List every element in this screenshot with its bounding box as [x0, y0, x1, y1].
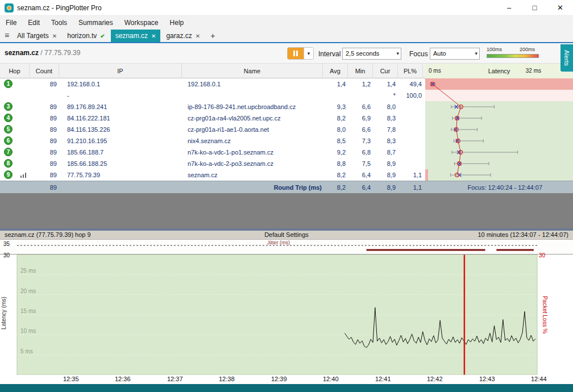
table-row[interactable]: 189192.168.0.1192.168.0.11,41,21,449,4 [0, 78, 573, 90]
avg-cell: 1,4 [322, 78, 346, 90]
hop-indicator: 3 [4, 102, 13, 111]
latency-cell [425, 169, 573, 181]
column-header-cur[interactable]: Cur [373, 64, 398, 78]
menu-bar: FileEditToolsSummariesWorkspaceHelp [0, 16, 573, 30]
avg-cell: 8,5 [322, 135, 346, 147]
ip-cell: 185.66.188.7 [67, 147, 181, 158]
menu-item-workspace[interactable]: Workspace [119, 16, 164, 30]
maximize-button[interactable]: □ [522, 0, 547, 16]
tab-garaz-cz[interactable]: garaz.cz✕ [161, 30, 205, 42]
svg-text:20 ms: 20 ms [20, 288, 36, 294]
min-cell: 7,3 [347, 135, 371, 147]
time-tick-label: 12:37 [167, 376, 190, 382]
latency-cell [425, 135, 573, 147]
hop-indicator: 5 [4, 125, 13, 134]
minimize-button[interactable]: – [496, 0, 522, 16]
latency-cell [425, 158, 573, 169]
tab-close-icon[interactable]: ✕ [151, 33, 156, 39]
pause-dropdown-icon[interactable]: ▾ [304, 48, 313, 59]
time-tick-label: 12:43 [479, 376, 502, 382]
hamburger-icon[interactable]: ≡ [2, 31, 11, 40]
ip-cell: 185.66.188.25 [67, 158, 181, 169]
count-cell: 89 [30, 147, 57, 158]
tab-seznam-cz[interactable]: seznam.cz✕ [111, 30, 161, 42]
min-cell: 6,9 [347, 112, 371, 124]
latency-cell [425, 90, 573, 101]
ip-cell: 77.75.79.39 [67, 169, 181, 181]
avg-cell: 8,2 [322, 112, 346, 124]
time-graph-panel[interactable]: 30 30 Latency (ms) Packet Loss % 5 ms10 … [0, 255, 573, 375]
name-cell: cz-prg01a-ra4-vla2005.net.upc.cz [188, 112, 322, 124]
table-row[interactable]: 68991.210.16.195nix4.seznam.cz8,57,38,3 [0, 135, 573, 147]
table-row[interactable]: 889185.66.188.25n7k-ko-a-vdc-2-po3.sezna… [0, 158, 573, 169]
pingplotter-window: seznam.cz - PingPlotter Pro – □ ✕ FileEd… [0, 0, 573, 392]
tab-close-icon[interactable]: ✕ [52, 33, 57, 39]
table-row[interactable]: -*100,0 [0, 90, 573, 101]
table-row[interactable]: 58984.116.135.226cz-prg01a-ri1-ae1-0.aor… [0, 124, 573, 135]
min-cell [347, 90, 371, 101]
table-row[interactable]: 48984.116.222.181cz-prg01a-ra4-vla2005.n… [0, 112, 573, 124]
time-tick-label: 12:42 [427, 376, 450, 382]
menu-item-summaries[interactable]: Summaries [73, 16, 119, 30]
cur-cell: 7,8 [372, 124, 396, 135]
packetloss-axis-top-label: 30 [539, 252, 545, 258]
name-cell: 192.168.0.1 [188, 78, 322, 90]
column-header-hop[interactable]: Hop [0, 64, 30, 78]
jitter-ymax-label: 35 [3, 241, 10, 247]
menu-item-help[interactable]: Help [164, 16, 190, 30]
interval-value: 2,5 seconds [346, 50, 379, 57]
table-row[interactable]: 38989.176.89.241ip-89-176-89-241.net.upc… [0, 101, 573, 112]
packet-loss-cell: 100,0 [397, 90, 422, 101]
count-cell: 89 [30, 169, 57, 181]
tab-close-icon[interactable]: ✕ [196, 33, 200, 39]
summary-focus-range: Focus: 12:40:24 - 12:44:07 [425, 181, 542, 194]
column-header-min[interactable]: Min [348, 64, 373, 78]
focus-select[interactable]: Auto ▾ [430, 48, 480, 60]
empty-panel [0, 193, 573, 228]
summary-row[interactable]: 89 Round Trip (ms) 8,2 6,4 8,9 1,1 Focus… [0, 181, 573, 193]
time-tick-label: 12:41 [375, 376, 398, 382]
time-tick-label: 12:36 [115, 376, 138, 382]
interval-select[interactable]: 2,5 seconds ▾ [342, 48, 401, 60]
tab-horizon-tv[interactable]: horizon.tv✔ [63, 30, 109, 42]
column-header-name[interactable]: Name [182, 64, 323, 78]
cur-cell: 8,3 [372, 112, 396, 124]
ip-cell: 91.210.16.195 [67, 135, 181, 147]
menu-item-tools[interactable]: Tools [45, 16, 73, 30]
count-cell: 89 [30, 124, 57, 135]
menu-item-file[interactable]: File [0, 16, 22, 30]
column-header-pl[interactable]: PL% [398, 64, 423, 78]
count-cell: 89 [30, 112, 57, 124]
menu-item-edit[interactable]: Edit [22, 16, 45, 30]
column-header-latency[interactable]: 0 ms Latency 32 ms [425, 64, 573, 78]
jitter-axis-label: Jitter (ms) [267, 240, 290, 245]
table-row[interactable]: 98977.75.79.39seznam.cz8,26,48,91,1 [0, 169, 573, 181]
close-button[interactable]: ✕ [547, 0, 573, 16]
latency-time-graph[interactable]: 5 ms10 ms15 ms20 ms25 ms [0, 255, 573, 375]
cur-cell: 8,3 [372, 135, 396, 147]
new-tab-button[interactable]: + [206, 30, 219, 42]
alerts-side-tab[interactable]: Alerts [560, 44, 573, 72]
pause-button[interactable] [288, 48, 304, 59]
focus-label: Focus [409, 50, 428, 58]
column-header-count[interactable]: Count [30, 64, 59, 78]
hop-indicator: 7 [4, 148, 13, 156]
legend-100ms: 100ms [487, 47, 502, 52]
timegraph-range[interactable]: 10 minutes (12:34:07 - 12:44:07) [478, 231, 568, 238]
latency-legend-ticks: 100ms 200ms [487, 47, 539, 52]
latency-cell [425, 78, 573, 90]
column-header-ip[interactable]: IP [59, 64, 182, 78]
tab-label: seznam.cz [115, 32, 148, 40]
tab-label: All Targets [17, 32, 49, 40]
tab-all-targets[interactable]: All Targets✕ [13, 30, 61, 42]
column-header-avg[interactable]: Avg [323, 64, 348, 78]
latency-axis-top-label: 30 [3, 252, 10, 258]
ip-cell: - [67, 90, 181, 101]
cur-cell: 8,0 [372, 101, 396, 112]
avg-cell: 8,2 [322, 169, 346, 181]
trace-rows: 189192.168.0.1192.168.0.11,41,21,449,4-*… [0, 78, 573, 181]
target-host: seznam.cz [5, 49, 39, 57]
table-row[interactable]: 789185.66.188.7n7k-ko-a-vdc-1-po1.seznam… [0, 147, 573, 158]
tab-label: horizon.tv [67, 32, 97, 40]
summary-min: 6,4 [347, 181, 371, 194]
